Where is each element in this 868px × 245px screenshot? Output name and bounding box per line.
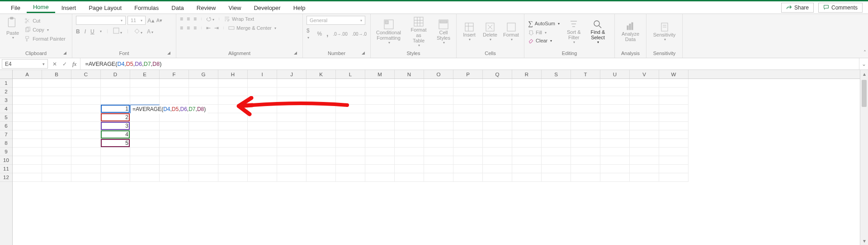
cell-E7[interactable]: [130, 130, 160, 139]
cell-G5[interactable]: [189, 113, 218, 122]
cell-E10[interactable]: [130, 156, 160, 165]
row-header-2[interactable]: 2: [0, 88, 12, 96]
cell-N4[interactable]: [395, 105, 424, 113]
cell-O3[interactable]: [424, 96, 453, 105]
column-header-I[interactable]: I: [248, 70, 277, 79]
cell-F10[interactable]: [160, 156, 189, 165]
cell-O1[interactable]: [424, 79, 453, 88]
cell-P4[interactable]: [453, 105, 483, 113]
cell-B8[interactable]: [42, 139, 71, 148]
cell-M2[interactable]: [365, 88, 395, 96]
insert-function-button[interactable]: fx: [72, 60, 76, 68]
cell-C2[interactable]: [71, 88, 101, 96]
row-header-3[interactable]: 3: [0, 96, 12, 105]
cell-T2[interactable]: [571, 88, 600, 96]
cell-O7[interactable]: [424, 130, 453, 139]
cell-L8[interactable]: [336, 139, 365, 148]
cell-D3[interactable]: [101, 96, 130, 105]
cell-R12[interactable]: [512, 173, 542, 182]
column-header-V[interactable]: V: [630, 70, 659, 79]
cell-M11[interactable]: [365, 165, 395, 173]
cell-S3[interactable]: [542, 96, 571, 105]
cell-E6[interactable]: [130, 122, 160, 130]
cell-R1[interactable]: [512, 79, 542, 88]
row-header-12[interactable]: 12: [0, 173, 12, 182]
format-cells-button[interactable]: Format▾: [502, 21, 520, 42]
cell-L2[interactable]: [336, 88, 365, 96]
cell-R7[interactable]: [512, 130, 542, 139]
cell-K5[interactable]: [307, 113, 336, 122]
cell-W3[interactable]: [659, 96, 689, 105]
column-header-D[interactable]: D: [101, 70, 130, 79]
column-header-A[interactable]: A: [13, 70, 42, 79]
column-header-C[interactable]: C: [71, 70, 101, 79]
cell-V1[interactable]: [630, 79, 659, 88]
formula-input[interactable]: =AVERAGE(D4,D5,D6,D7,D8): [80, 58, 859, 69]
cell-M5[interactable]: [365, 113, 395, 122]
cell-A4[interactable]: [13, 105, 42, 113]
cell-I7[interactable]: [248, 130, 277, 139]
cell-D8[interactable]: 5: [101, 139, 130, 148]
cell-K11[interactable]: [307, 165, 336, 173]
cell-C7[interactable]: [71, 130, 101, 139]
cell-C10[interactable]: [71, 156, 101, 165]
cell-L5[interactable]: [336, 113, 365, 122]
cell-L9[interactable]: [336, 148, 365, 156]
cell-P10[interactable]: [453, 156, 483, 165]
sort-filter-button[interactable]: Sort & Filter▾: [564, 18, 584, 45]
cell-J5[interactable]: [277, 113, 307, 122]
cell-H4[interactable]: [218, 105, 248, 113]
cell-H10[interactable]: [218, 156, 248, 165]
cell-J11[interactable]: [277, 165, 307, 173]
cell-P7[interactable]: [453, 130, 483, 139]
cell-T12[interactable]: [571, 173, 600, 182]
cell-K12[interactable]: [307, 173, 336, 182]
cell-S1[interactable]: [542, 79, 571, 88]
cell-P2[interactable]: [453, 88, 483, 96]
cell-U1[interactable]: [600, 79, 630, 88]
cell-J8[interactable]: [277, 139, 307, 148]
dialog-launcher-icon[interactable]: ◢: [63, 51, 66, 55]
cell-H8[interactable]: [218, 139, 248, 148]
tab-insert[interactable]: Insert: [55, 3, 83, 13]
cell-V8[interactable]: [630, 139, 659, 148]
cell-T9[interactable]: [571, 148, 600, 156]
cell-E3[interactable]: [130, 96, 160, 105]
cell-K7[interactable]: [307, 130, 336, 139]
cell-T7[interactable]: [571, 130, 600, 139]
tab-help[interactable]: Help: [287, 3, 312, 13]
format-as-table-button[interactable]: Format as Table▾: [406, 15, 432, 48]
cell-W10[interactable]: [659, 156, 689, 165]
comma-button[interactable]: ,: [326, 30, 328, 38]
tab-formulas[interactable]: Formulas: [128, 3, 165, 13]
cell-P5[interactable]: [453, 113, 483, 122]
column-header-K[interactable]: K: [307, 70, 336, 79]
cell-A7[interactable]: [13, 130, 42, 139]
cell-N10[interactable]: [395, 156, 424, 165]
cell-U10[interactable]: [600, 156, 630, 165]
cell-F7[interactable]: [160, 130, 189, 139]
cell-S7[interactable]: [542, 130, 571, 139]
scroll-down-icon[interactable]: ▾: [860, 237, 868, 245]
cell-G6[interactable]: [189, 122, 218, 130]
tab-view[interactable]: View: [222, 3, 247, 13]
dialog-launcher-icon[interactable]: ◢: [294, 51, 297, 55]
column-header-W[interactable]: W: [659, 70, 689, 79]
cell-H2[interactable]: [218, 88, 248, 96]
align-right-icon[interactable]: ≡: [193, 25, 197, 31]
cell-L11[interactable]: [336, 165, 365, 173]
scroll-up-icon[interactable]: ▴: [860, 70, 868, 78]
cell-B7[interactable]: [42, 130, 71, 139]
borders-button[interactable]: ▾: [113, 28, 122, 35]
cell-M8[interactable]: [365, 139, 395, 148]
cell-W8[interactable]: [659, 139, 689, 148]
cell-V7[interactable]: [630, 130, 659, 139]
cell-V3[interactable]: [630, 96, 659, 105]
row-header-11[interactable]: 11: [0, 165, 12, 173]
cell-I8[interactable]: [248, 139, 277, 148]
cell-R6[interactable]: [512, 122, 542, 130]
cell-R8[interactable]: [512, 139, 542, 148]
cell-O9[interactable]: [424, 148, 453, 156]
cell-B1[interactable]: [42, 79, 71, 88]
cell-G10[interactable]: [189, 156, 218, 165]
